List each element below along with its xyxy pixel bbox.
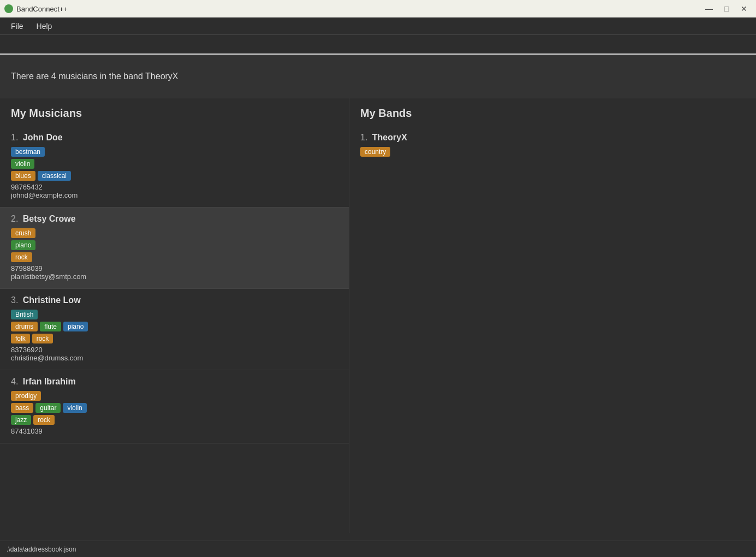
menubar: File Help [0, 17, 756, 35]
band-genre-tag: country [360, 147, 390, 157]
instruments-tags-row: piano [11, 240, 338, 250]
band-name: 1. TheoryX [360, 133, 745, 143]
band-tag: bestman [11, 147, 45, 157]
app-icon [4, 4, 13, 13]
musician-name: 3. Christine Low [11, 295, 338, 305]
close-button[interactable]: ✕ [736, 3, 752, 14]
instrument-tag: flute [40, 322, 61, 331]
band-tag: crush [11, 228, 35, 238]
bands-list: 1. TheoryX country [349, 126, 756, 167]
instruments-tags-row: bassguitarviolin [11, 403, 338, 413]
genres-tags-row: bluesclassical [11, 171, 338, 181]
band-number: 1. [360, 133, 367, 142]
genre-tag: rock [11, 252, 32, 262]
musicians-list: 1. John Doe bestman violinbluesclassical… [0, 126, 349, 533]
genres-tags-row: folkrock [11, 334, 338, 343]
instruments-tags-row: violin [11, 159, 338, 169]
minimize-button[interactable]: — [701, 3, 717, 14]
musician-item[interactable]: 2. Betsy Crowe crush pianorock87988039pi… [0, 208, 349, 289]
musician-name: 1. John Doe [11, 133, 338, 143]
instrument-tag: violin [63, 403, 86, 413]
band-item[interactable]: 1. TheoryX country [349, 126, 756, 167]
instrument-tag: piano [63, 322, 88, 331]
genre-tag: classical [38, 171, 71, 181]
menu-file[interactable]: File [4, 20, 30, 33]
instrument-tag: guitar [35, 403, 61, 413]
musician-number: 3. [11, 295, 18, 305]
genre-tag: folk [11, 334, 30, 343]
genre-tag: jazz [11, 415, 31, 425]
musician-email: christine@drumss.com [11, 354, 338, 362]
musician-number: 2. [11, 214, 18, 223]
musicians-panel-title: My Musicians [0, 98, 349, 126]
band-tags-row: prodigy [11, 391, 338, 401]
musician-name: 2. Betsy Crowe [11, 214, 338, 224]
musician-phone: 98765432 [11, 183, 338, 191]
musician-item[interactable]: 3. Christine Low British drumsflutepiano… [0, 289, 349, 370]
band-genre-tags-row: country [360, 147, 745, 157]
musician-phone: 87431039 [11, 427, 338, 435]
app-title: BandConnect++ [16, 5, 68, 13]
musician-item[interactable]: 1. John Doe bestman violinbluesclassical… [0, 126, 349, 208]
info-text: There are 4 musicians in the band Theory… [11, 72, 178, 81]
statusbar-text: .\data\addressbook.json [7, 546, 76, 553]
musician-item[interactable]: 4. Irfan Ibrahim prodigy bassguitarvioli… [0, 370, 349, 443]
musician-number: 4. [11, 377, 18, 386]
titlebar: BandConnect++ — □ ✕ [0, 0, 756, 17]
infobar: There are 4 musicians in the band Theory… [0, 55, 756, 98]
musicians-panel: My Musicians 1. John Doe bestman violinb… [0, 98, 349, 533]
instrument-tag: drums [11, 322, 38, 331]
band-tags-row: crush [11, 228, 338, 238]
musician-number: 1. [11, 133, 18, 142]
instrument-tag: violin [11, 159, 34, 169]
bands-panel-title: My Bands [349, 98, 756, 126]
musician-email: johnd@example.com [11, 191, 338, 199]
maximize-button[interactable]: □ [719, 3, 734, 14]
menu-help[interactable]: Help [30, 20, 59, 33]
titlebar-controls: — □ ✕ [701, 3, 752, 14]
musician-phone: 83736920 [11, 346, 338, 354]
band-tag: prodigy [11, 391, 41, 401]
search-input[interactable] [7, 39, 749, 49]
instrument-tag: piano [11, 240, 35, 250]
band-tags-row: bestman [11, 147, 338, 157]
titlebar-left: BandConnect++ [4, 4, 68, 13]
instruments-tags-row: drumsflutepiano [11, 322, 338, 331]
genre-tag: blues [11, 171, 35, 181]
bands-panel: My Bands 1. TheoryX country [349, 98, 756, 533]
genres-tags-row: jazzrock [11, 415, 338, 425]
genre-tag: rock [33, 415, 55, 425]
statusbar: .\data\addressbook.json [0, 541, 756, 557]
searchbar [0, 35, 756, 55]
musician-phone: 87988039 [11, 264, 338, 272]
musician-name: 4. Irfan Ibrahim [11, 377, 338, 387]
genre-tag: rock [32, 334, 53, 343]
musician-email: pianistbetsy@smtp.com [11, 272, 338, 281]
main-content: My Musicians 1. John Doe bestman violinb… [0, 98, 756, 533]
band-tag: British [11, 310, 38, 319]
instrument-tag: bass [11, 403, 33, 413]
band-tags-row: British [11, 310, 338, 319]
genres-tags-row: rock [11, 252, 338, 262]
